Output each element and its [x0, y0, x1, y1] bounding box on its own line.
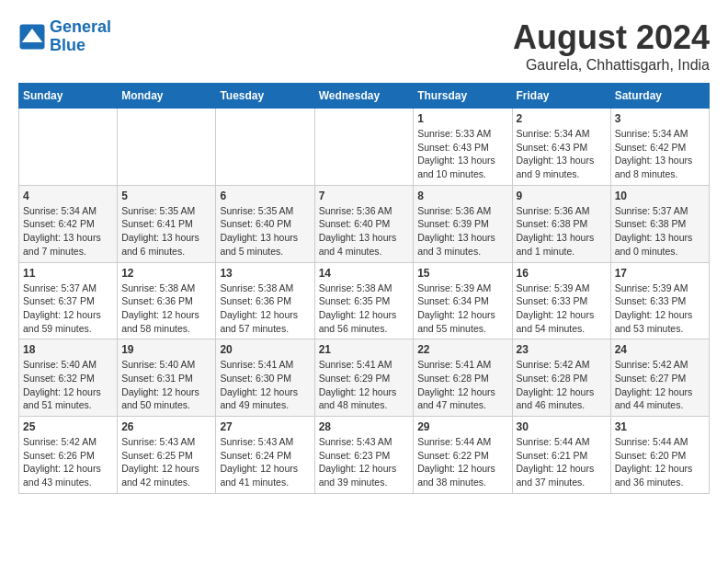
calendar-cell: 25Sunrise: 5:42 AM Sunset: 6:26 PM Dayli…: [19, 417, 118, 494]
calendar-cell: 31Sunrise: 5:44 AM Sunset: 6:20 PM Dayli…: [610, 417, 709, 494]
calendar-cell: 27Sunrise: 5:43 AM Sunset: 6:24 PM Dayli…: [216, 417, 314, 494]
day-number: 7: [319, 190, 410, 202]
location-title: Gaurela, Chhattisgarh, India: [513, 57, 710, 74]
month-title: August 2024: [513, 18, 710, 57]
column-header-tuesday: Tuesday: [216, 84, 314, 109]
day-info: Sunrise: 5:37 AM Sunset: 6:38 PM Dayligh…: [615, 204, 705, 259]
day-info: Sunrise: 5:34 AM Sunset: 6:43 PM Dayligh…: [517, 127, 607, 181]
day-number: 10: [615, 190, 705, 202]
calendar-cell: 13Sunrise: 5:38 AM Sunset: 6:36 PM Dayli…: [216, 262, 314, 339]
day-number: 25: [23, 420, 113, 433]
calendar-cell: 19Sunrise: 5:40 AM Sunset: 6:31 PM Dayli…: [118, 339, 216, 417]
day-info: Sunrise: 5:39 AM Sunset: 6:33 PM Dayligh…: [615, 282, 705, 336]
day-number: 15: [417, 267, 507, 280]
calendar-cell: 8Sunrise: 5:36 AM Sunset: 6:39 PM Daylig…: [414, 185, 512, 262]
day-info: Sunrise: 5:43 AM Sunset: 6:25 PM Dayligh…: [121, 435, 211, 489]
day-info: Sunrise: 5:39 AM Sunset: 6:34 PM Dayligh…: [417, 282, 507, 336]
day-number: 17: [615, 267, 705, 280]
calendar-week-row: 4Sunrise: 5:34 AM Sunset: 6:42 PM Daylig…: [19, 185, 710, 262]
day-number: 31: [615, 420, 705, 433]
day-info: Sunrise: 5:42 AM Sunset: 6:28 PM Dayligh…: [517, 358, 607, 412]
calendar-cell: 16Sunrise: 5:39 AM Sunset: 6:33 PM Dayli…: [512, 262, 610, 339]
calendar-cell: 9Sunrise: 5:36 AM Sunset: 6:38 PM Daylig…: [512, 185, 610, 262]
column-header-monday: Monday: [118, 84, 216, 109]
day-number: 5: [121, 190, 211, 202]
day-info: Sunrise: 5:41 AM Sunset: 6:29 PM Dayligh…: [319, 358, 410, 412]
day-number: 1: [417, 112, 507, 125]
day-number: 18: [23, 343, 113, 356]
day-info: Sunrise: 5:40 AM Sunset: 6:32 PM Dayligh…: [23, 358, 113, 412]
day-number: 19: [121, 343, 211, 356]
calendar-cell: 15Sunrise: 5:39 AM Sunset: 6:34 PM Dayli…: [414, 262, 512, 339]
calendar-week-row: 18Sunrise: 5:40 AM Sunset: 6:32 PM Dayli…: [19, 339, 710, 417]
column-header-friday: Friday: [512, 84, 610, 109]
calendar-cell: 1Sunrise: 5:33 AM Sunset: 6:43 PM Daylig…: [414, 109, 512, 186]
calendar-week-row: 25Sunrise: 5:42 AM Sunset: 6:26 PM Dayli…: [19, 417, 710, 494]
day-info: Sunrise: 5:37 AM Sunset: 6:37 PM Dayligh…: [23, 282, 113, 336]
day-info: Sunrise: 5:38 AM Sunset: 6:36 PM Dayligh…: [220, 282, 310, 336]
day-info: Sunrise: 5:34 AM Sunset: 6:42 PM Dayligh…: [615, 127, 705, 181]
calendar-cell: [216, 109, 314, 186]
day-info: Sunrise: 5:41 AM Sunset: 6:30 PM Dayligh…: [220, 358, 310, 412]
calendar-cell: [314, 109, 414, 186]
calendar-cell: 6Sunrise: 5:35 AM Sunset: 6:40 PM Daylig…: [216, 185, 314, 262]
day-number: 20: [220, 343, 310, 356]
calendar-cell: 14Sunrise: 5:38 AM Sunset: 6:35 PM Dayli…: [314, 262, 414, 339]
calendar-week-row: 1Sunrise: 5:33 AM Sunset: 6:43 PM Daylig…: [19, 109, 710, 186]
day-info: Sunrise: 5:38 AM Sunset: 6:35 PM Dayligh…: [319, 282, 410, 336]
day-number: 28: [319, 420, 410, 433]
day-info: Sunrise: 5:34 AM Sunset: 6:42 PM Dayligh…: [23, 204, 113, 259]
day-info: Sunrise: 5:42 AM Sunset: 6:26 PM Dayligh…: [23, 435, 113, 489]
day-number: 16: [517, 267, 607, 280]
column-header-sunday: Sunday: [19, 84, 118, 109]
day-number: 23: [517, 343, 607, 356]
calendar-week-row: 11Sunrise: 5:37 AM Sunset: 6:37 PM Dayli…: [19, 262, 710, 339]
day-number: 3: [615, 112, 705, 125]
calendar-cell: 30Sunrise: 5:44 AM Sunset: 6:21 PM Dayli…: [512, 417, 610, 494]
calendar-cell: 21Sunrise: 5:41 AM Sunset: 6:29 PM Dayli…: [314, 339, 414, 417]
day-info: Sunrise: 5:36 AM Sunset: 6:40 PM Dayligh…: [319, 204, 410, 259]
day-info: Sunrise: 5:40 AM Sunset: 6:31 PM Dayligh…: [121, 358, 211, 412]
day-info: Sunrise: 5:36 AM Sunset: 6:39 PM Dayligh…: [417, 204, 507, 259]
calendar-cell: 26Sunrise: 5:43 AM Sunset: 6:25 PM Dayli…: [118, 417, 216, 494]
calendar-cell: 23Sunrise: 5:42 AM Sunset: 6:28 PM Dayli…: [512, 339, 610, 417]
page-header: General Blue August 2024 Gaurela, Chhatt…: [18, 18, 710, 74]
day-info: Sunrise: 5:44 AM Sunset: 6:22 PM Dayligh…: [417, 435, 507, 489]
day-number: 24: [615, 343, 705, 356]
day-info: Sunrise: 5:43 AM Sunset: 6:24 PM Dayligh…: [220, 435, 310, 489]
day-number: 30: [517, 420, 607, 433]
day-number: 2: [517, 112, 607, 125]
day-info: Sunrise: 5:33 AM Sunset: 6:43 PM Dayligh…: [417, 127, 507, 181]
calendar-table: SundayMondayTuesdayWednesdayThursdayFrid…: [18, 83, 710, 494]
calendar-cell: [19, 109, 118, 186]
calendar-cell: 22Sunrise: 5:41 AM Sunset: 6:28 PM Dayli…: [414, 339, 512, 417]
day-number: 29: [417, 420, 507, 433]
day-number: 27: [220, 420, 310, 433]
day-info: Sunrise: 5:42 AM Sunset: 6:27 PM Dayligh…: [615, 358, 705, 412]
logo-text: General Blue: [50, 18, 111, 55]
day-number: 9: [517, 190, 607, 202]
title-area: August 2024 Gaurela, Chhattisgarh, India: [513, 18, 710, 74]
logo-icon: [18, 23, 46, 51]
logo: General Blue: [18, 18, 111, 55]
day-info: Sunrise: 5:43 AM Sunset: 6:23 PM Dayligh…: [319, 435, 410, 489]
day-info: Sunrise: 5:35 AM Sunset: 6:40 PM Dayligh…: [220, 204, 310, 259]
day-info: Sunrise: 5:35 AM Sunset: 6:41 PM Dayligh…: [121, 204, 211, 259]
column-header-wednesday: Wednesday: [314, 84, 414, 109]
day-info: Sunrise: 5:38 AM Sunset: 6:36 PM Dayligh…: [121, 282, 211, 336]
calendar-cell: 3Sunrise: 5:34 AM Sunset: 6:42 PM Daylig…: [610, 109, 709, 186]
day-number: 21: [319, 343, 410, 356]
day-number: 12: [121, 267, 211, 280]
day-number: 22: [417, 343, 507, 356]
day-number: 6: [220, 190, 310, 202]
day-number: 13: [220, 267, 310, 280]
column-header-saturday: Saturday: [610, 84, 709, 109]
day-number: 11: [23, 267, 113, 280]
day-number: 4: [23, 190, 113, 202]
column-header-thursday: Thursday: [414, 84, 512, 109]
calendar-cell: 7Sunrise: 5:36 AM Sunset: 6:40 PM Daylig…: [314, 185, 414, 262]
calendar-cell: 10Sunrise: 5:37 AM Sunset: 6:38 PM Dayli…: [610, 185, 709, 262]
calendar-cell: 20Sunrise: 5:41 AM Sunset: 6:30 PM Dayli…: [216, 339, 314, 417]
calendar-cell: 18Sunrise: 5:40 AM Sunset: 6:32 PM Dayli…: [19, 339, 118, 417]
calendar-cell: 12Sunrise: 5:38 AM Sunset: 6:36 PM Dayli…: [118, 262, 216, 339]
